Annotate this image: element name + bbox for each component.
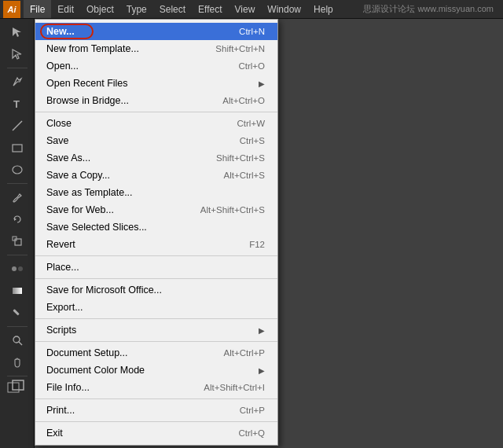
tool-brush[interactable] — [6, 187, 29, 207]
menu-revert[interactable]: Revert F12 — [35, 236, 277, 253]
menu-save-for-web[interactable]: Save for Web... Alt+Shift+Ctrl+S — [35, 201, 277, 218]
file-dropdown-menu: New... Ctrl+N New from Template... Shift… — [35, 19, 278, 446]
menu-save-as[interactable]: Save As... Shift+Ctrl+S — [35, 149, 277, 167]
tool-eyedropper[interactable] — [6, 303, 29, 323]
menu-effect[interactable]: Effect — [192, 0, 228, 18]
menu-bar-right-text: 思源设计论坛 www.missyuan.com — [357, 3, 500, 15]
svg-marker-1 — [13, 50, 21, 59]
menu-place[interactable]: Place... — [35, 259, 277, 276]
svg-marker-0 — [13, 28, 21, 37]
menu-save-for-ms-office[interactable]: Save for Microsoft Office... — [35, 281, 277, 299]
tool-zoom[interactable] — [6, 330, 29, 351]
menu-document-setup[interactable]: Document Setup... Alt+Ctrl+P — [35, 344, 277, 362]
separator-5 — [35, 341, 277, 342]
tool-pen[interactable] — [6, 72, 29, 92]
svg-rect-7 — [15, 239, 21, 245]
tool-hand[interactable] — [6, 352, 29, 373]
menu-print[interactable]: Print... Ctrl+P — [35, 402, 277, 419]
tool-separator-4 — [7, 326, 28, 327]
svg-line-14 — [19, 342, 22, 345]
tool-separator-2 — [7, 183, 28, 184]
svg-text:T: T — [13, 98, 20, 110]
menu-new-from-template[interactable]: New from Template... Shift+Ctrl+N — [35, 40, 277, 57]
menu-bar: Ai File Edit Object Type Select Effect V… — [0, 0, 503, 19]
menu-save-as-template[interactable]: Save as Template... — [35, 184, 277, 201]
fill-stroke-indicator[interactable] — [7, 380, 28, 395]
svg-line-3 — [13, 121, 22, 130]
svg-rect-12 — [13, 309, 19, 315]
svg-point-10 — [18, 266, 23, 271]
separator-7 — [35, 421, 277, 422]
menu-scripts[interactable]: Scripts ▶ — [35, 321, 277, 339]
menu-close[interactable]: Close Ctrl+W — [35, 115, 277, 132]
menu-save-copy[interactable]: Save a Copy... Alt+Ctrl+S — [35, 167, 277, 184]
svg-rect-4 — [13, 145, 22, 152]
tool-scale[interactable] — [6, 231, 29, 252]
svg-rect-15 — [8, 383, 19, 392]
tool-blend[interactable] — [6, 259, 29, 279]
tool-direct-select[interactable] — [6, 44, 29, 64]
menu-window[interactable]: Window — [261, 0, 307, 18]
toolbar: T — [0, 19, 35, 448]
menu-type[interactable]: Type — [120, 0, 153, 18]
svg-marker-6 — [14, 218, 17, 221]
tool-gradient[interactable] — [6, 281, 29, 301]
separator-3 — [35, 278, 277, 279]
menu-open-recent[interactable]: Open Recent Files ▶ — [35, 75, 277, 92]
svg-point-9 — [12, 266, 17, 271]
menu-exit[interactable]: Exit Ctrl+Q — [35, 424, 277, 442]
menu-document-color-mode[interactable]: Document Color Mode ▶ — [35, 362, 277, 379]
tool-rect[interactable] — [6, 138, 29, 158]
menu-browse-in-bridge[interactable]: Browse in Bridge... Alt+Ctrl+O — [35, 92, 277, 109]
svg-rect-11 — [13, 288, 22, 294]
new-row-wrapper: New... Ctrl+N — [35, 23, 277, 40]
menu-view[interactable]: View — [229, 0, 262, 18]
menu-object[interactable]: Object — [80, 0, 120, 18]
tool-ellipse[interactable] — [6, 160, 29, 180]
menu-save[interactable]: Save Ctrl+S — [35, 132, 277, 149]
menu-save-selected-slices[interactable]: Save Selected Slices... — [35, 218, 277, 236]
app-icon: Ai — [3, 1, 20, 18]
tool-line[interactable] — [6, 116, 29, 136]
menu-select[interactable]: Select — [153, 0, 192, 18]
tool-select[interactable] — [6, 22, 29, 42]
separator-6 — [35, 398, 277, 399]
tool-rotate[interactable] — [6, 209, 29, 230]
menu-file-info[interactable]: File Info... Alt+Shift+Ctrl+I — [35, 379, 277, 396]
dropdown-container: New... Ctrl+N New from Template... Shift… — [35, 19, 278, 446]
tool-type[interactable]: T — [6, 94, 29, 114]
menu-open[interactable]: Open... Ctrl+O — [35, 57, 277, 75]
main-layout: T — [0, 19, 503, 448]
svg-point-13 — [13, 336, 20, 343]
separator-2 — [35, 255, 277, 256]
tool-separator-3 — [7, 255, 28, 255]
svg-point-5 — [13, 166, 22, 174]
separator-4 — [35, 318, 277, 319]
tool-separator-1 — [7, 68, 28, 68]
separator-1 — [35, 112, 277, 112]
menu-help[interactable]: Help — [307, 0, 340, 18]
menu-export[interactable]: Export... — [35, 299, 277, 316]
menu-edit[interactable]: Edit — [51, 0, 80, 18]
menu-file[interactable]: File — [24, 0, 51, 18]
menu-new[interactable]: New... Ctrl+N — [35, 23, 277, 40]
tool-separator-5 — [7, 376, 28, 376]
